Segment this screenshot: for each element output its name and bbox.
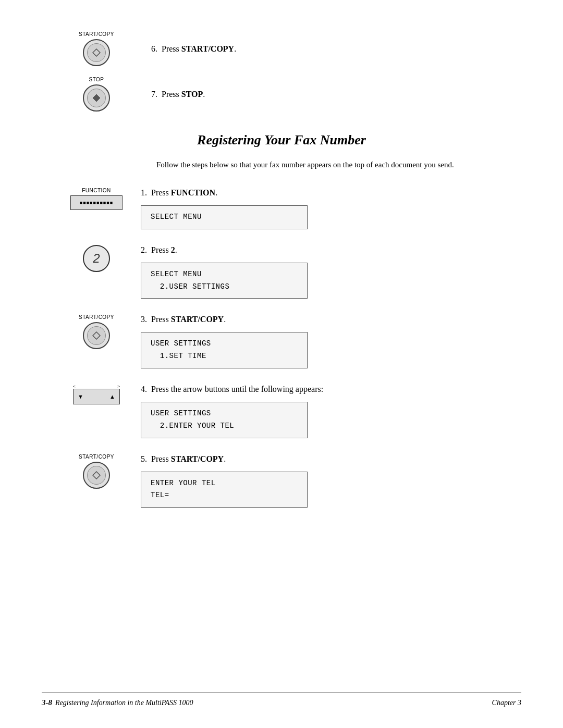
step-3-icon: START/COPY — [63, 313, 130, 349]
start-copy-label-top: START/COPY — [79, 31, 114, 37]
svg-marker-2 — [93, 332, 100, 339]
step-5-row: START/COPY 5. Press START/COPY. ENTER YO… — [63, 453, 521, 508]
arrow-button[interactable]: ▼ ▲ — [73, 389, 120, 404]
step-6-row: START/COPY 6. Press START/COPY. — [63, 31, 521, 66]
num-2-label: 2 — [93, 251, 100, 266]
step-1-row: FUNCTION ■■■■■■■■■■ 1. Press FUNCTION. S… — [63, 187, 521, 229]
step-7-text: 7. Press STOP. — [151, 88, 205, 101]
stop-label: STOP — [89, 77, 104, 82]
start-copy-button-top[interactable] — [83, 39, 110, 66]
step-3-text: 3. Press START/COPY. — [141, 313, 521, 326]
step-2-lcd: SELECT MENU 2.USER SETTINGS — [141, 263, 308, 299]
step-1-icon: FUNCTION ■■■■■■■■■■ — [63, 187, 130, 210]
step-5-bold: START/COPY — [171, 454, 224, 463]
arrow-labels: < > — [73, 384, 120, 389]
svg-marker-1 — [93, 94, 100, 102]
step-6-icon-area: START/COPY — [63, 31, 130, 66]
footer-chapter: Chapter 3 — [492, 699, 521, 707]
lcd-4-line1: USER SETTINGS — [151, 408, 298, 420]
page-number: 3-8 — [42, 698, 52, 707]
num-2-button[interactable]: 2 — [83, 245, 110, 272]
step-7-bold: STOP — [181, 90, 203, 98]
step-5-text: 5. Press START/COPY. — [141, 453, 521, 465]
step-7-icon-area: STOP — [63, 77, 130, 112]
step-1-lcd: SELECT MENU — [141, 205, 308, 229]
section-title: Registering Your Fax Number — [42, 132, 521, 148]
diamond-icon-5 — [92, 471, 101, 479]
step-5-lcd: ENTER YOUR TEL TEL= — [141, 472, 308, 508]
stop-inner — [87, 89, 106, 107]
start-copy-label-5: START/COPY — [79, 454, 114, 460]
step-6-period: . — [234, 44, 236, 53]
start-copy-inner-5 — [87, 466, 106, 485]
footer-right: Chapter 3 — [492, 699, 521, 707]
intro-text: Follow the steps below so that your fax … — [156, 158, 459, 171]
page: START/COPY 6. Press START/COPY. STOP — [0, 0, 563, 728]
footer-left: 3-8 Registering Information in the Multi… — [42, 698, 193, 707]
step-1-bold: FUNCTION — [171, 188, 215, 197]
stop-diamond-icon — [92, 94, 101, 102]
step-1-text: 1. Press FUNCTION. — [141, 187, 521, 199]
function-btn-label: ■■■■■■■■■■ — [80, 200, 113, 205]
arrow-right-icon: ▲ — [109, 393, 115, 400]
step-3-row: START/COPY 3. Press START/COPY. USER SET… — [63, 313, 521, 368]
step-3-bold: START/COPY — [171, 315, 224, 324]
diamond-icon-3 — [92, 331, 101, 340]
lcd-2-line2: 2.USER SETTINGS — [151, 281, 298, 293]
start-copy-inner — [87, 43, 106, 62]
lcd-5-line2: TEL= — [151, 489, 298, 502]
footer: 3-8 Registering Information in the Multi… — [42, 693, 521, 707]
step-2-row: 2 2. Press 2. SELECT MENU 2.USER SETTING… — [63, 244, 521, 299]
diamond-icon — [92, 48, 101, 57]
lcd-2-line1: SELECT MENU — [151, 268, 298, 281]
step-6-num: 6. Press — [151, 44, 181, 53]
arrow-left-icon: ▼ — [78, 393, 83, 400]
step-7-row: STOP 7. Press STOP. — [63, 77, 521, 112]
footer-description: Registering Information in the MultiPASS… — [55, 699, 193, 707]
start-copy-inner-3 — [87, 326, 106, 345]
arrow-left-label: < — [73, 384, 76, 389]
step-4-lcd: USER SETTINGS 2.ENTER YOUR TEL — [141, 402, 308, 438]
step-3-content: 3. Press START/COPY. USER SETTINGS 1.SET… — [141, 313, 521, 368]
step-2-icon: 2 — [63, 244, 130, 272]
step-1-content: 1. Press FUNCTION. SELECT MENU — [141, 187, 521, 229]
lcd-1-line1: SELECT MENU — [151, 211, 298, 224]
svg-marker-0 — [93, 49, 100, 56]
step-5-icon: START/COPY — [63, 453, 130, 489]
top-steps-section: START/COPY 6. Press START/COPY. STOP — [63, 31, 521, 112]
step-7-num: 7. Press — [151, 90, 181, 98]
step-4-icon: < > ▼ ▲ — [63, 383, 130, 404]
steps-container: FUNCTION ■■■■■■■■■■ 1. Press FUNCTION. S… — [63, 187, 521, 508]
step-6-bold: START/COPY — [181, 44, 234, 53]
lcd-4-line2: 2.ENTER YOUR TEL — [151, 420, 298, 433]
step-4-row: < > ▼ ▲ 4. Press the arrow buttons until… — [63, 383, 521, 438]
stop-button[interactable] — [83, 84, 110, 112]
lcd-5-line1: ENTER YOUR TEL — [151, 477, 298, 490]
lcd-3-line1: USER SETTINGS — [151, 338, 298, 350]
function-button[interactable]: ■■■■■■■■■■ — [70, 195, 123, 210]
function-label: FUNCTION — [82, 188, 111, 193]
start-copy-button-3[interactable] — [83, 322, 110, 349]
step-5-content: 5. Press START/COPY. ENTER YOUR TEL TEL= — [141, 453, 521, 508]
step-2-bold: 2 — [171, 245, 175, 254]
svg-marker-3 — [93, 472, 100, 479]
step-2-content: 2. Press 2. SELECT MENU 2.USER SETTINGS — [141, 244, 521, 299]
step-2-text: 2. Press 2. — [141, 244, 521, 256]
arrow-right-label: > — [117, 384, 120, 389]
step-3-lcd: USER SETTINGS 1.SET TIME — [141, 332, 308, 368]
step-4-text: 4. Press the arrow buttons until the fol… — [141, 383, 521, 396]
lcd-3-line2: 1.SET TIME — [151, 350, 298, 363]
step-7-period: . — [203, 90, 205, 98]
start-copy-label-3: START/COPY — [79, 314, 114, 320]
step-6-text: 6. Press START/COPY. — [151, 43, 236, 55]
start-copy-button-5[interactable] — [83, 462, 110, 489]
step-4-content: 4. Press the arrow buttons until the fol… — [141, 383, 521, 438]
